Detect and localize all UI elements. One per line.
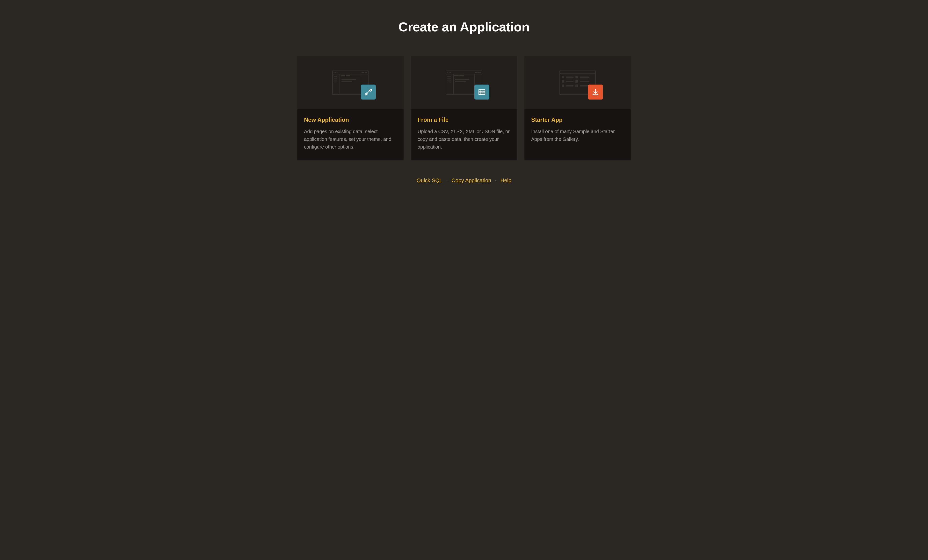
download-icon (588, 85, 603, 99)
card-new-application[interactable]: New Application Add pages on existing da… (297, 56, 404, 160)
grid-icon (475, 85, 489, 99)
card-body: Starter App Install one of many Sample a… (524, 109, 631, 160)
card-title: From a File (418, 116, 510, 123)
card-description: Upload a CSV, XLSX, XML or JSON file, or… (418, 128, 510, 151)
card-icon-area (411, 56, 517, 109)
footer-link-help[interactable]: Help (501, 177, 511, 184)
card-icon-area (524, 56, 631, 109)
card-starter-app[interactable]: Starter App Install one of many Sample a… (524, 56, 631, 160)
separator-dot: · (446, 177, 447, 184)
svg-rect-0 (479, 90, 485, 95)
card-title: New Application (304, 116, 397, 123)
footer-link-copy-application[interactable]: Copy Application (452, 177, 491, 184)
card-body: From a File Upload a CSV, XLSX, XML or J… (411, 109, 517, 160)
cards-container: New Application Add pages on existing da… (295, 56, 633, 160)
card-body: New Application Add pages on existing da… (297, 109, 404, 160)
footer-link-quick-sql[interactable]: Quick SQL (417, 177, 442, 184)
footer-links: Quick SQL · Copy Application · Help (5, 177, 923, 184)
design-tools-icon (361, 85, 376, 99)
separator-dot: · (495, 177, 497, 184)
card-title: Starter App (531, 116, 624, 123)
card-from-file[interactable]: From a File Upload a CSV, XLSX, XML or J… (411, 56, 517, 160)
card-icon-area (297, 56, 404, 109)
card-description: Add pages on existing data, select appli… (304, 128, 397, 151)
page-title: Create an Application (5, 19, 923, 34)
card-description: Install one of many Sample and Starter A… (531, 128, 624, 143)
